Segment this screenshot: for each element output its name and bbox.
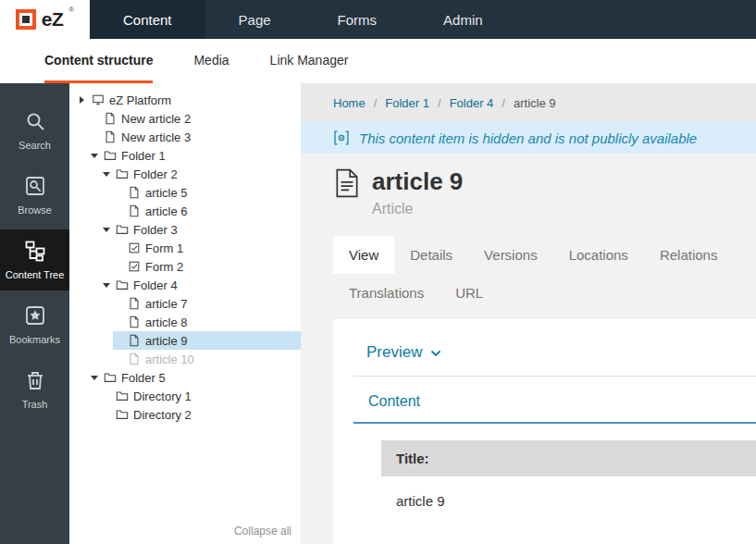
- preview-toggle[interactable]: Preview: [353, 343, 756, 362]
- tree-item-article-7[interactable]: article 7: [69, 294, 301, 313]
- tab-view[interactable]: View: [333, 236, 394, 274]
- trash-icon: [24, 369, 46, 393]
- caret-down-icon[interactable]: [101, 283, 111, 288]
- form-icon: [128, 260, 141, 273]
- tab-relations[interactable]: Relations: [644, 236, 734, 274]
- top-tab-forms[interactable]: Forms: [304, 0, 411, 39]
- article-icon: [128, 297, 141, 310]
- tree-item-folder-4[interactable]: Folder 4: [69, 276, 301, 294]
- tree-item-article-6[interactable]: article 6: [69, 202, 301, 220]
- folder-icon: [116, 278, 129, 291]
- tree-item-label: Form 2: [145, 260, 183, 274]
- subnav: Content structureMediaLink Manager: [0, 39, 756, 83]
- content-section-header[interactable]: Content: [353, 393, 756, 424]
- folder-icon: [104, 149, 117, 162]
- tree-item-body: article 8: [113, 313, 301, 331]
- sidebar-item-browse[interactable]: Browse: [0, 165, 69, 226]
- tree-item-body: New article 2: [89, 109, 301, 128]
- tab-locations[interactable]: Locations: [553, 236, 644, 274]
- tree-item-label: Folder 2: [133, 167, 178, 181]
- view-panel: Preview Content Title: article 9: [333, 319, 756, 544]
- caret-down-icon[interactable]: [101, 228, 111, 232]
- top-tab-content[interactable]: Content: [90, 0, 205, 39]
- sidebar-item-content-tree[interactable]: Content Tree: [0, 229, 69, 291]
- tree-item-label: article 9: [145, 334, 188, 348]
- subnav-tab-link-manager[interactable]: Link Manager: [270, 39, 349, 83]
- tree-item-body: Directory 2: [101, 405, 301, 424]
- content-type-label: Article: [372, 201, 463, 217]
- tree-item-folder-5[interactable]: Folder 5: [69, 368, 301, 387]
- tree-item-new-article-3[interactable]: New article 3: [69, 128, 301, 146]
- ez-logo-reg: ®: [68, 6, 74, 14]
- ez-logo-text: eZ: [42, 8, 64, 31]
- breadcrumb-separator: /: [438, 96, 441, 110]
- caret-down-icon[interactable]: [101, 172, 111, 177]
- breadcrumb-article-9: article 9: [514, 96, 556, 110]
- article-icon: [128, 334, 141, 347]
- ez-logo[interactable]: eZ ®: [0, 0, 90, 39]
- sidebar-item-label: Trash: [22, 399, 48, 410]
- main-content: Home/Folder 1/Folder 4/article 9 This co…: [301, 83, 756, 544]
- article-icon: [128, 186, 141, 199]
- tree-item-body: Form 2: [113, 257, 301, 276]
- collapse-all-button[interactable]: Collapse all: [234, 525, 291, 538]
- tree-item-label: Folder 4: [133, 278, 178, 292]
- breadcrumb-folder-4[interactable]: Folder 4: [450, 96, 494, 110]
- tree-item-article-5[interactable]: article 5: [69, 183, 301, 202]
- hidden-alert: This content item is hidden and is not p…: [301, 122, 756, 154]
- field-value: article 9: [381, 476, 756, 525]
- sidebar-item-label: Bookmarks: [9, 334, 60, 345]
- sidebar-item-search[interactable]: Search: [0, 100, 69, 161]
- ez-logo-icon: [16, 9, 36, 30]
- breadcrumb-home[interactable]: Home: [333, 96, 366, 110]
- tree-item-label: Directory 1: [133, 389, 192, 403]
- main-nav: ContentPageFormsAdmin: [90, 0, 516, 39]
- bookmarks-icon: [24, 304, 46, 328]
- article-icon: [104, 112, 117, 125]
- content-tree-panel: eZ PlatformNew article 2New article 3Fol…: [69, 83, 301, 544]
- tree-item-body: eZ Platform: [77, 91, 301, 109]
- tree-item-new-article-2[interactable]: New article 2: [69, 109, 301, 128]
- tab-url[interactable]: URL: [440, 274, 499, 312]
- caret-down-icon[interactable]: [89, 376, 99, 380]
- tree-item-body: Folder 2: [101, 165, 301, 183]
- tree-item-label: eZ Platform: [109, 93, 171, 107]
- tree-item-body: article 10: [113, 350, 301, 368]
- tree-item-folder-2[interactable]: Folder 2: [69, 165, 301, 183]
- sidebar-item-label: Content Tree: [6, 269, 65, 280]
- tree-item-folder-3[interactable]: Folder 3: [69, 220, 301, 239]
- tree-item-directory-2[interactable]: Directory 2: [69, 405, 301, 424]
- tab-details[interactable]: Details: [394, 236, 468, 274]
- tree-item-ez-platform[interactable]: eZ Platform: [69, 91, 301, 109]
- title-block: article 9 Article: [301, 154, 756, 217]
- hidden-eye-icon: [333, 130, 350, 146]
- top-tab-admin[interactable]: Admin: [410, 0, 516, 39]
- tree-item-article-10[interactable]: article 10: [69, 350, 301, 368]
- tree-item-label: Form 1: [145, 241, 183, 255]
- preview-label: Preview: [366, 343, 422, 362]
- caret-down-icon[interactable]: [89, 154, 99, 158]
- tree-item-directory-1[interactable]: Directory 1: [69, 387, 301, 405]
- tree-item-label: Folder 5: [121, 371, 166, 385]
- tab-versions[interactable]: Versions: [468, 236, 553, 274]
- page-title: article 9: [372, 168, 463, 196]
- sidebar-item-bookmarks[interactable]: Bookmarks: [0, 294, 69, 355]
- subnav-tab-content-structure[interactable]: Content structure: [44, 39, 153, 83]
- caret-right-icon[interactable]: [77, 96, 87, 104]
- tree-item-article-9[interactable]: article 9: [69, 331, 301, 350]
- tree-item-form-1[interactable]: Form 1: [69, 239, 301, 257]
- tree-item-label: Folder 1: [121, 149, 166, 163]
- sidebar-item-trash[interactable]: Trash: [0, 359, 69, 420]
- subnav-tab-media[interactable]: Media: [193, 39, 229, 83]
- tree-item-form-2[interactable]: Form 2: [69, 257, 301, 276]
- breadcrumb-folder-1[interactable]: Folder 1: [385, 96, 429, 110]
- content-section-label: Content: [368, 393, 420, 409]
- tree-item-folder-1[interactable]: Folder 1: [69, 146, 301, 165]
- tree-item-body: Folder 5: [89, 368, 301, 387]
- tree-item-body: Folder 1: [89, 146, 301, 165]
- fields-table: Title: article 9: [381, 440, 756, 525]
- tree-item-article-8[interactable]: article 8: [69, 313, 301, 331]
- top-tab-page[interactable]: Page: [205, 0, 304, 39]
- form-icon: [128, 241, 141, 254]
- tab-translations[interactable]: Translations: [333, 274, 440, 312]
